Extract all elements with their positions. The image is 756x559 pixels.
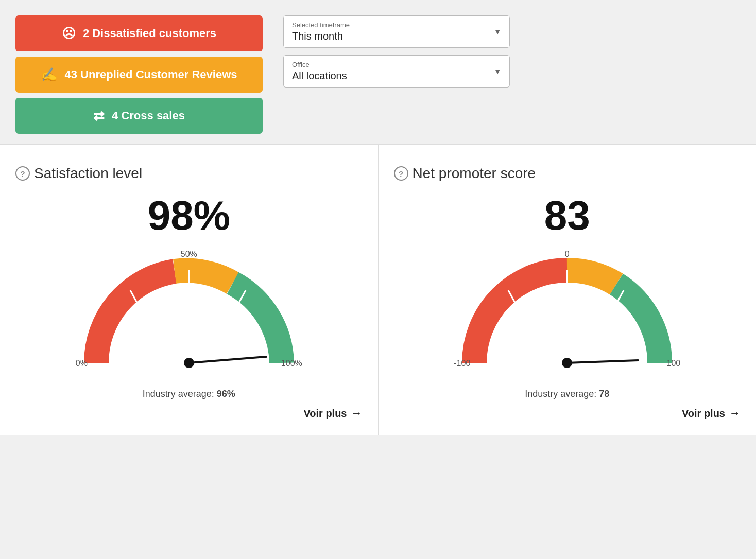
nps-label-top: 0 [565, 250, 570, 259]
satisfaction-label-top: 50% [181, 250, 197, 259]
nps-avg-value: 78 [599, 389, 609, 399]
satisfaction-avg-value: 96% [217, 389, 235, 399]
satisfaction-title: ? Satisfaction level [15, 165, 142, 182]
nps-value: 83 [544, 192, 590, 239]
satisfaction-voir-plus-arrow-icon: → [351, 407, 363, 420]
satisfaction-help-icon[interactable]: ? [15, 166, 30, 181]
nps-avg-prefix: Industry average: [525, 389, 599, 399]
satisfaction-label-left: 0% [76, 359, 88, 368]
nps-voir-plus[interactable]: Voir plus → [682, 407, 741, 420]
office-value: All locations [292, 70, 501, 82]
svg-line-8 [567, 360, 638, 363]
office-dropdown[interactable]: Office All locations ▼ [283, 55, 510, 88]
crosssales-icon: ⇄ [93, 108, 105, 124]
dissatisfied-button[interactable]: ☹ 2 Dissatisfied customers [15, 15, 263, 51]
alert-buttons: ☹ 2 Dissatisfied customers ✍ 43 Unreplie… [15, 15, 263, 134]
satisfaction-industry-avg: Industry average: 96% [143, 389, 235, 399]
unreplied-label: 43 Unreplied Customer Reviews [64, 68, 237, 81]
nps-panel: ? Net promoter score 83 -100 0 100 [379, 145, 757, 435]
office-arrow-icon: ▼ [494, 67, 501, 76]
top-section: ☹ 2 Dissatisfied customers ✍ 43 Unreplie… [0, 0, 756, 144]
nps-title-text: Net promoter score [413, 165, 536, 182]
satisfaction-voir-plus[interactable]: Voir plus → [303, 407, 362, 420]
dissatisfied-label: 2 Dissatisfied customers [83, 27, 216, 40]
nps-label-left: -100 [454, 359, 470, 368]
nps-industry-avg: Industry average: 78 [525, 389, 609, 399]
satisfaction-gauge: 0% 50% 100% [76, 250, 302, 373]
satisfaction-gauge-svg [76, 250, 302, 373]
bottom-section: ? Satisfaction level 98% 0% 50% 100% [0, 144, 756, 435]
nps-gauge: -100 0 100 [454, 250, 680, 373]
satisfaction-panel: ? Satisfaction level 98% 0% 50% 100% [0, 145, 379, 435]
satisfaction-avg-prefix: Industry average: [143, 389, 217, 399]
satisfaction-title-text: Satisfaction level [34, 165, 142, 182]
timeframe-label: Selected timeframe [292, 21, 501, 29]
nps-label-right: 100 [667, 359, 681, 368]
timeframe-value: This month [292, 30, 501, 42]
unreplied-icon: ✍ [41, 67, 57, 83]
office-label: Office [292, 61, 501, 68]
nps-gauge-svg [454, 250, 680, 373]
crosssales-label: 4 Cross sales [112, 109, 185, 123]
unreplied-button[interactable]: ✍ 43 Unreplied Customer Reviews [15, 57, 263, 93]
timeframe-arrow-icon: ▼ [494, 28, 501, 36]
satisfaction-voir-plus-text: Voir plus [303, 408, 347, 420]
nps-title: ? Net promoter score [394, 165, 536, 182]
satisfaction-label-right: 100% [281, 359, 302, 368]
svg-line-3 [189, 357, 266, 363]
svg-point-4 [184, 358, 194, 368]
dissatisfied-icon: ☹ [62, 26, 76, 42]
nps-help-icon[interactable]: ? [394, 166, 408, 181]
dropdowns: Selected timeframe This month ▼ Office A… [283, 15, 510, 88]
crosssales-button[interactable]: ⇄ 4 Cross sales [15, 98, 263, 134]
svg-point-9 [562, 358, 572, 368]
nps-voir-plus-arrow-icon: → [729, 407, 741, 420]
nps-voir-plus-text: Voir plus [682, 408, 725, 420]
satisfaction-value: 98% [148, 192, 230, 239]
timeframe-dropdown[interactable]: Selected timeframe This month ▼ [283, 15, 510, 48]
